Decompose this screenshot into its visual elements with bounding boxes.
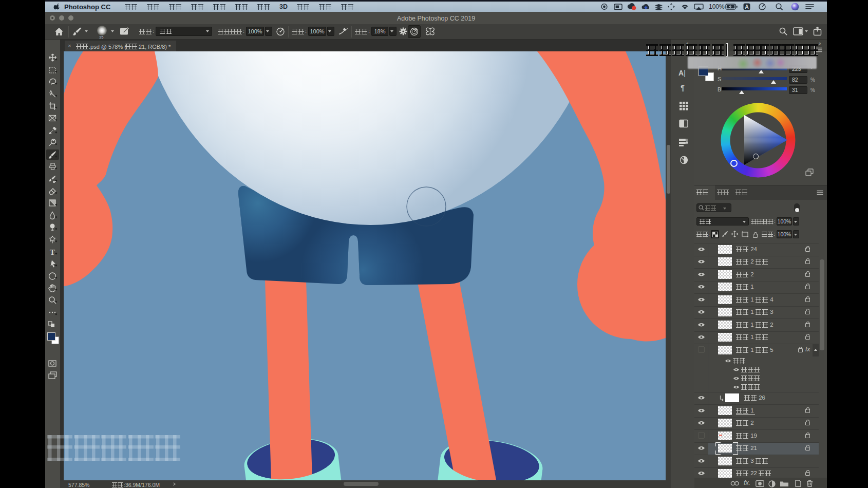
svg-text:T: T [50,248,55,256]
svg-text:A: A [745,4,749,10]
